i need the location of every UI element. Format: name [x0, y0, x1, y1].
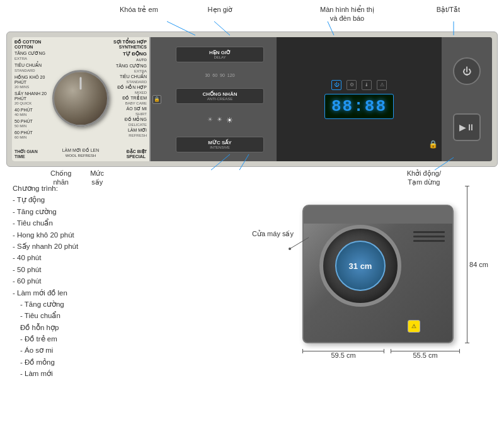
lock-display-icon: 🔒 [428, 140, 438, 149]
door-inner: 31 cm [335, 241, 386, 291]
time-label: THỜI GIANTIME [14, 149, 38, 159]
hen-gio-button[interactable]: HẸN GIỜ DELAY [176, 47, 264, 62]
button-section: HẸN GIỜ DELAY 30 60 90 120 CHỐNG NHĂN AN… [163, 37, 277, 161]
wool-label: LÀM MỚI ĐỒ LENWOOL REFRESH [62, 148, 100, 157]
power-icon-symbol: ⏻ [462, 66, 471, 76]
sun-mid-icon: ☀ [217, 116, 222, 125]
khoi-dong-ann: Khởi động/Tạm dừng [407, 169, 441, 187]
dryer-vent [413, 231, 445, 244]
right-program-labels: TỰ ĐỘNGAUTO TĂNG CƯỜNGEXTRA TIÊU CHUẨNST… [98, 51, 147, 138]
muc-say-sub: INTENSIVE [181, 145, 258, 149]
width-dim1: 59.5 cm [302, 351, 384, 359]
program-sub-3: Đồ hỗn hợp [13, 322, 176, 333]
program-item-2: - Tăng cường [13, 206, 176, 217]
man-hinh-label: Màn hình hiển thịvà đèn báo [320, 5, 374, 23]
alert-icon[interactable]: ⚠ [377, 80, 387, 90]
program-item-3: - Tiêu chuẩn [13, 217, 176, 229]
width-dim2: 55.5 cm [391, 351, 460, 359]
start-pause-button[interactable]: ▶⏸ [453, 113, 481, 141]
chong-nhan-ann: Chốngnhăn [50, 169, 71, 187]
synthetics-header: SỢI TỔNG HỢPSYNTHETICS [113, 40, 147, 49]
top-annotation-labels: Khóa trẻ em Hẹn giờ Màn hình hiển thịvà … [0, 0, 504, 26]
control-panel: ĐỒ COTTONCOTTON SỢI TỔNG HỢPSYNTHETICS T… [6, 31, 498, 167]
width2-value: 55.5 cm [391, 351, 460, 359]
settings-icon[interactable]: ⚙ [346, 80, 357, 90]
program-item-7: - 50 phút [13, 264, 176, 275]
height-dim: 84 cm [467, 186, 488, 343]
power-icon[interactable]: ⏻ [331, 80, 341, 90]
hen-gio-label: Hẹn giờ [208, 5, 233, 23]
lock-button[interactable]: 🔒 [152, 95, 161, 104]
program-item-6: - 40 phút [13, 252, 176, 263]
sun-high-icon: ☀ [226, 116, 233, 125]
lock-area: 🔒 [151, 37, 163, 161]
bottom-annotation-row: Chốngnhăn Mứcsấy Khởi động/Tạm dừng [0, 169, 504, 187]
program-sub-7: - Làm mới [13, 368, 176, 379]
muc-say-button[interactable]: MỨC SẤY INTENSIVE [176, 137, 264, 152]
intensity-icons: ☀ ☀ ☀ [207, 116, 233, 125]
program-sub-5: - Áo sơ mi [13, 345, 176, 356]
hen-gio-sub: DELAY [181, 55, 258, 59]
left-program-labels: TĂNG CƯỜNGEXTRA TIÊU CHUẨNSTANDARD HỒNG … [14, 51, 49, 140]
cua-may-say-label: Cửa máy sấy [252, 230, 294, 238]
program-item-8: - 60 phút [13, 275, 176, 287]
program-sub-1: - Tăng cường [13, 299, 176, 310]
program-item-1: - Tự động [13, 194, 176, 205]
muc-say-main: MỨC SẤY [181, 140, 258, 145]
svg-point-8 [289, 248, 291, 250]
power-section: ⏻ ▶⏸ [442, 37, 492, 161]
display-section: ⏻ ⚙ 🌡 ⚠ 88:88 🔒 [277, 37, 442, 161]
width1-value: 59.5 cm [302, 351, 384, 359]
warning-sticker: ⚠ [408, 320, 420, 333]
timer-ticks-row: 30 60 90 120 [205, 73, 234, 77]
special-label: ĐẶC BIỆTSPECIAL [127, 149, 147, 159]
cotton-header: ĐỒ COTTONCOTTON [14, 40, 41, 49]
program-sub-4: - Đồ trẻ em [13, 333, 176, 345]
dryer-top-panel [304, 206, 452, 224]
chong-nhan-sub: ANTI-CREASE [181, 97, 258, 101]
program-item-9: - Làm mới đồ len [13, 287, 176, 299]
power-button[interactable]: ⏻ [453, 57, 481, 85]
chong-nhan-main: CHỐNG NHĂN [181, 91, 258, 97]
bat-tat-label: Bật/Tắt [437, 5, 460, 23]
dryer-door: 31 cm [319, 225, 401, 307]
digital-time-display: 88:88 [324, 94, 394, 119]
display-icons-row: ⏻ ⚙ 🌡 ⚠ [331, 80, 387, 90]
muc-say-ann: Mứcsấy [90, 169, 104, 187]
program-sub-6: - Đồ mỏng [13, 356, 176, 368]
hen-gio-main: HẸN GIỜ [181, 50, 258, 55]
program-sub-2: - Tiêu chuẩn [13, 310, 176, 321]
chong-nhan-button[interactable]: CHỐNG NHĂN ANTI-CREASE [176, 88, 264, 104]
door-size-label: 31 cm [349, 261, 372, 271]
dryer-image-area: 31 cm ⚠ 84 cm 59.5 cm 55.5 cm [290, 186, 491, 368]
program-item-5: - Sấy nhanh 20 phút [13, 241, 176, 252]
play-pause-icon: ▶⏸ [459, 122, 475, 132]
khoa-tre-em-label: Khóa trẻ em [120, 5, 158, 23]
sun-low-icon: ☀ [207, 116, 213, 125]
program-item-4: - Hong khô 20 phút [13, 229, 176, 241]
dryer-body: 31 cm ⚠ [302, 205, 454, 343]
knob-section: ĐỒ COTTONCOTTON SỢI TỔNG HỢPSYNTHETICS T… [12, 37, 151, 161]
programs-list: Chương trình: - Tự động - Tăng cường - T… [13, 183, 176, 380]
height-value: 84 cm [469, 261, 488, 268]
temp-icon[interactable]: 🌡 [362, 80, 372, 90]
